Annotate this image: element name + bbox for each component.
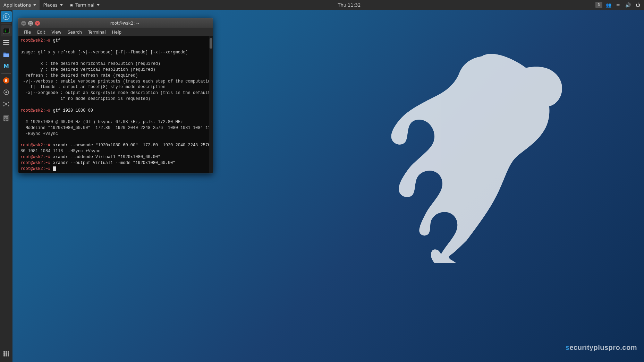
svg-line-16 (6, 102, 9, 104)
sidebar-files-icon[interactable] (1, 49, 12, 60)
svg-rect-23 (7, 118, 8, 119)
terminal-line: -f|--fbmode : output an fbset(8)-style m… (20, 84, 211, 90)
terminal-line: 80 1081 1084 1118 -HSync +Vsync (20, 148, 211, 154)
terminal-cursor (53, 166, 56, 171)
terminal-line: -HSync +Vsync (20, 131, 211, 137)
sidebar-kali-icon[interactable]: K (1, 11, 12, 22)
sidebar-calculator-icon[interactable] (1, 113, 12, 124)
terminal-line: Modeline "1920x1080_60.00" 172.80 1920 2… (20, 125, 211, 131)
terminal-line (20, 102, 211, 108)
terminal-edit-menu[interactable]: Edit (34, 29, 48, 35)
panel-clock: Thu 11:32 (103, 2, 595, 8)
terminal-minimize-button[interactable]: — (21, 21, 26, 26)
sidebar-separator-2 (1, 73, 11, 74)
sidebar-grid-icon[interactable] (1, 348, 12, 359)
svg-text:K: K (5, 15, 8, 19)
svg-line-15 (4, 102, 6, 104)
applications-menu[interactable]: Applications (0, 0, 40, 10)
svg-line-17 (4, 104, 6, 106)
svg-rect-31 (6, 353, 7, 355)
places-arrow-icon (60, 4, 63, 6)
places-menu[interactable]: Places (40, 0, 66, 10)
sidebar-burp-icon[interactable]: B (1, 75, 12, 86)
terminal-help-menu[interactable]: Help (109, 29, 124, 35)
watermark-text: ecuritypluspro.com (569, 344, 637, 351)
sidebar-terminal-icon[interactable]: $ _ (1, 25, 12, 36)
terminal-line (20, 137, 211, 143)
sidebar-separator-3 (1, 111, 11, 111)
terminal-title: root@wsk2: ~ (40, 21, 210, 26)
terminal-prompt-line: root@wsk2:~# (20, 166, 211, 172)
terminal-line: # 1920x1080 @ 60.00 Hz (GTF) hsync: 67.0… (20, 119, 211, 125)
terminal-menubar: File Edit View Search Terminal Help (18, 28, 213, 36)
svg-rect-24 (4, 120, 5, 121)
svg-rect-33 (3, 355, 5, 356)
watermark: securitypluspro.com (566, 344, 637, 352)
terminal-menu[interactable]: ▣ Terminal (66, 0, 103, 10)
terminal-close-button[interactable]: ✕ (35, 21, 40, 26)
svg-rect-25 (6, 120, 7, 121)
terminal-file-menu[interactable]: File (21, 29, 34, 35)
terminal-line: root@wsk2:~# gtf 1920 1080 60 (20, 108, 211, 114)
terminal-line: root@wsk2:~# xrandr --newmode "1920x1080… (20, 143, 211, 148)
terminal-titlebar: — □ ✕ root@wsk2: ~ (18, 18, 213, 28)
terminal-view-menu[interactable]: View (49, 29, 64, 35)
watermark-blue-s: s (566, 344, 570, 351)
svg-rect-21 (4, 118, 5, 119)
sidebar-metasploit-icon[interactable]: M (1, 61, 12, 72)
svg-rect-26 (7, 120, 8, 121)
panel-right: 1 👥 ✏ 🔊 ⏻ (595, 1, 644, 8)
svg-rect-34 (6, 355, 7, 356)
terminal-line: root@wsk2:~# xrandr --addmode Virtual1 "… (20, 154, 211, 160)
places-label: Places (43, 2, 57, 8)
svg-rect-30 (3, 353, 5, 355)
svg-rect-27 (3, 351, 5, 353)
svg-rect-35 (8, 355, 9, 356)
terminal-line: -x|--xorgmode : output an Xorg-style mod… (20, 90, 211, 96)
sidebar-tools-icon[interactable] (1, 87, 12, 98)
sidebar-burger-icon[interactable] (1, 37, 12, 48)
terminal-line: if no mode description is requested) (20, 96, 211, 102)
kali-dragon-logo (366, 37, 575, 263)
workspace-indicator[interactable]: 1 (595, 2, 602, 8)
terminal-line: -v|--verbose : enable verbose printouts … (20, 79, 211, 85)
terminal-line: x : the desired horizontal resolution (r… (20, 61, 211, 67)
applications-label: Applications (3, 2, 31, 8)
terminal-label: Terminal (75, 2, 94, 8)
svg-rect-5 (3, 42, 9, 43)
terminal-body[interactable]: root@wsk2:~# gtf usage: gtf x y refresh … (18, 36, 213, 173)
svg-rect-32 (8, 353, 9, 355)
terminal-scroll-thumb[interactable] (210, 38, 212, 49)
svg-rect-22 (6, 118, 7, 119)
svg-rect-6 (3, 44, 9, 45)
left-sidebar: K $ _ M B (0, 10, 12, 362)
sidebar-network-icon[interactable] (1, 98, 12, 110)
terminal-terminal-menu[interactable]: Terminal (85, 29, 109, 35)
clock-display: Thu 11:32 (338, 2, 361, 8)
power-icon[interactable]: ⏻ (634, 1, 641, 8)
terminal-search-menu[interactable]: Search (65, 29, 85, 35)
svg-rect-4 (3, 40, 9, 41)
terminal-scrollbar[interactable] (209, 36, 213, 173)
svg-rect-29 (8, 351, 9, 353)
users-icon[interactable]: 👥 (605, 1, 612, 8)
workspace-number: 1 (598, 3, 600, 7)
terminal-line: root@wsk2:~# xrandr --output Virtual1 --… (20, 160, 211, 166)
terminal-line (20, 44, 211, 50)
terminal-line: refresh : the desired refresh rate (requ… (20, 73, 211, 79)
svg-text:B: B (5, 79, 8, 83)
sidebar-separator-1 (1, 24, 11, 24)
terminal-window: — □ ✕ root@wsk2: ~ File Edit View Search… (18, 18, 213, 173)
terminal-line: y : the desired vertical resolution (req… (20, 67, 211, 73)
terminal-controls: — □ ✕ (21, 21, 40, 26)
svg-line-18 (6, 104, 9, 106)
svg-point-9 (6, 92, 7, 93)
svg-rect-20 (4, 116, 8, 118)
pencil-icon[interactable]: ✏ (615, 1, 622, 8)
terminal-icon: ▣ (70, 3, 73, 7)
svg-text:$ _: $ _ (5, 29, 10, 33)
terminal-line: usage: gtf x y refresh [-v|--verbose] [-… (20, 50, 211, 55)
volume-icon[interactable]: 🔊 (625, 1, 632, 8)
terminal-maximize-button[interactable]: □ (28, 21, 33, 26)
applications-arrow-icon (33, 4, 36, 6)
